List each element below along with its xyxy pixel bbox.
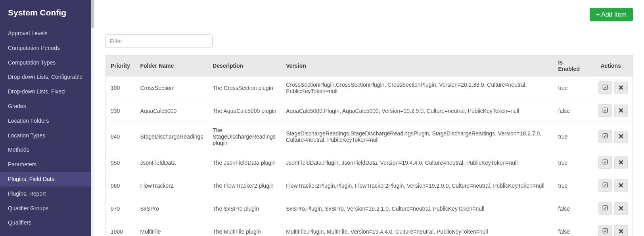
sidebar-item-drop-down-lists-configurable[interactable]: Drop-down Lists, Configurable: [0, 70, 91, 84]
sidebar-item-location-types[interactable]: Location Types: [0, 128, 91, 143]
cell-is-enabled: true: [554, 76, 589, 99]
cell-priority: 100: [106, 76, 136, 99]
sidebar-scrollbar[interactable]: [91, 0, 94, 236]
table-row: 960FlowTracker2The FlowTracker2 pluginFl…: [106, 174, 633, 197]
main-content: + Add Item Priority Folder Name Descript…: [94, 0, 644, 236]
edit-icon: [602, 133, 608, 140]
close-icon: [619, 85, 623, 91]
cell-is-enabled: false: [554, 197, 589, 220]
cell-actions: [589, 174, 633, 197]
cell-actions: [589, 122, 633, 151]
header-description: Description: [208, 55, 281, 76]
cell-actions: [589, 220, 633, 236]
edit-icon: [602, 182, 608, 189]
cell-is-enabled: true: [554, 174, 589, 197]
cell-is-enabled: false: [554, 220, 589, 236]
cell-folder-name: FlowTracker2: [136, 174, 208, 197]
header-folder: Folder Name: [136, 55, 208, 76]
delete-button[interactable]: [614, 225, 628, 236]
cell-version: AquaCalc5000.Plugin, AquaCalc5000, Versi…: [281, 99, 553, 122]
table-row: 1000MultiFileThe MultiFile pluginMultiFi…: [106, 220, 633, 236]
cell-priority: 1000: [106, 220, 136, 236]
edit-button[interactable]: [598, 81, 612, 94]
cell-folder-name: AquaCalc5000: [136, 99, 208, 122]
cell-description: The FlowTracker2 plugin: [208, 174, 281, 197]
cell-description: The StageDischargeReadings plugin: [208, 122, 281, 151]
close-icon: [619, 206, 623, 212]
sidebar-item-methods[interactable]: Methods: [0, 143, 91, 157]
table-row: 940StageDischargeReadingsThe StageDischa…: [106, 122, 633, 151]
cell-version: SxSPro.Plugin, SxSPro, Version=19.2.1.0,…: [281, 197, 553, 220]
delete-button[interactable]: [614, 156, 628, 169]
sidebar-item-drop-down-lists-fixed[interactable]: Drop-down Lists, Fixed: [0, 84, 91, 99]
sidebar-item-plugins-report[interactable]: Plugins, Report: [0, 187, 91, 201]
cell-version: StageDischargeReadings.StageDischargeRea…: [281, 122, 553, 151]
close-icon: [619, 108, 623, 114]
cell-folder-name: JsonFieldData: [136, 151, 208, 174]
delete-button[interactable]: [614, 202, 628, 215]
edit-icon: [602, 84, 608, 91]
sidebar-item-plugins-field-data[interactable]: Plugins, Field Data: [0, 172, 91, 187]
cell-actions: [589, 197, 633, 220]
edit-icon: [602, 159, 608, 166]
filter-wrap: [105, 27, 633, 55]
cell-actions: [589, 151, 633, 174]
cell-is-enabled: false: [554, 99, 589, 122]
cell-is-enabled: true: [554, 151, 589, 174]
cell-priority: 940: [106, 122, 136, 151]
sidebar-item-qualifier-groups[interactable]: Qualifier Groups: [0, 201, 91, 216]
edit-button[interactable]: [598, 156, 612, 169]
sidebar-item-qualifiers[interactable]: Qualifiers: [0, 215, 91, 230]
table-row: 930AquaCalc5000The AquaCalc5000 pluginAq…: [106, 99, 633, 122]
add-item-button[interactable]: + Add Item: [590, 8, 633, 21]
close-icon: [619, 183, 623, 189]
edit-button[interactable]: [598, 202, 612, 215]
delete-button[interactable]: [614, 131, 628, 143]
sidebar-title: System Config: [0, 0, 91, 26]
sidebar-item-approval-levels[interactable]: Approval Levels: [0, 26, 91, 41]
table-row: 950JsonFieldDataThe JsonFieldData plugin…: [106, 151, 633, 174]
cell-priority: 930: [106, 99, 136, 122]
sidebar-item-computation-periods[interactable]: Computation Periods: [0, 41, 91, 55]
cell-actions: [589, 76, 633, 99]
header-priority: Priority: [106, 55, 136, 76]
cell-priority: 960: [106, 174, 136, 197]
scrollbar-thumb[interactable]: [91, 0, 94, 28]
edit-button[interactable]: [598, 225, 612, 236]
cell-version: FlowTracker2Plugin.Plugin, FlowTracker2P…: [281, 174, 553, 197]
toolbar: + Add Item: [105, 0, 633, 27]
cell-folder-name: SxSPro: [136, 197, 208, 220]
cell-priority: 970: [106, 197, 136, 220]
header-actions: Actions: [589, 55, 633, 76]
edit-icon: [602, 107, 608, 114]
cell-version: CrossSectionPlugin.CrossSectionPlugin, C…: [281, 76, 553, 99]
cell-version: JsonFieldData.Plugin, JsonFieldData, Ver…: [281, 151, 553, 174]
sidebar-item-grades[interactable]: Grades: [0, 99, 91, 114]
cell-actions: [589, 99, 633, 122]
delete-button[interactable]: [614, 179, 628, 192]
cell-priority: 950: [106, 151, 136, 174]
cell-folder-name: StageDischargeReadings: [136, 122, 208, 151]
table-row: 100CrossSectionThe CrossSection pluginCr…: [106, 76, 633, 99]
sidebar-item-computation-types[interactable]: Computation Types: [0, 55, 91, 70]
edit-icon: [602, 228, 608, 235]
header-version: Version: [281, 55, 553, 76]
plugins-table: Priority Folder Name Description Version…: [105, 55, 633, 236]
table-row: 970SxSProThe SxSPro pluginSxSPro.Plugin,…: [106, 197, 633, 220]
edit-icon: [602, 205, 608, 212]
close-icon: [619, 134, 623, 140]
edit-button[interactable]: [598, 130, 612, 143]
delete-button[interactable]: [614, 105, 628, 117]
delete-button[interactable]: [614, 82, 628, 94]
cell-description: The CrossSection plugin: [208, 76, 281, 99]
cell-description: The MultiFile plugin: [208, 220, 281, 236]
cell-description: The AquaCalc5000 plugin: [208, 99, 281, 122]
sidebar-item-location-folders[interactable]: Location Folders: [0, 114, 91, 128]
filter-input[interactable]: [105, 34, 213, 48]
close-icon: [619, 160, 623, 166]
sidebar-item-parameters[interactable]: Parameters: [0, 157, 91, 172]
edit-button[interactable]: [598, 104, 612, 117]
header-is-enabled: Is Enabled: [554, 55, 589, 76]
edit-button[interactable]: [598, 179, 612, 192]
cell-is-enabled: true: [554, 122, 589, 151]
